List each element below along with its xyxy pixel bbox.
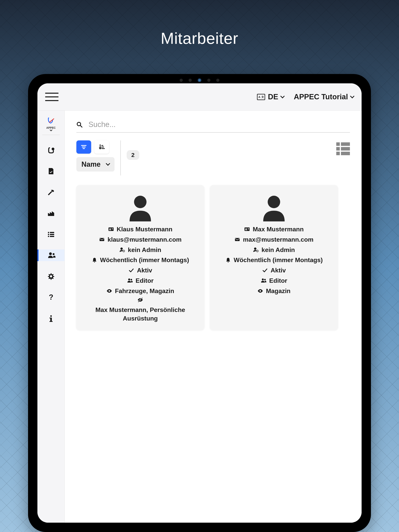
user-name: Max Mustermann xyxy=(253,225,303,234)
users-icon xyxy=(261,278,266,284)
svg-rect-5 xyxy=(48,236,49,237)
user-status-row: Aktiv xyxy=(129,266,152,275)
svg-rect-28 xyxy=(100,238,104,241)
sidebar-item-documents[interactable] xyxy=(37,165,64,177)
svg-point-32 xyxy=(128,279,130,280)
sidebar-item-help[interactable]: ? xyxy=(37,291,64,303)
main-content: Name 2 xyxy=(65,111,362,523)
user-card[interactable]: Max Mustermann max@mustermann.com kein A… xyxy=(210,185,338,330)
project-label: APPEC Tutorial xyxy=(294,93,348,101)
user-schedule-row: Wöchentlich (immer Montags) xyxy=(91,256,189,265)
user-role-row: Editor xyxy=(261,276,287,285)
sidebar-item-info[interactable] xyxy=(37,313,64,324)
sort-field-select[interactable]: Name xyxy=(76,157,115,171)
hammer-icon xyxy=(47,188,55,196)
user-hidden-scope: Max Mustermann, Persönliche Ausrüstung xyxy=(81,305,200,323)
chevron-down-icon xyxy=(106,161,110,166)
sidebar-item-lists[interactable] xyxy=(37,228,64,240)
users-icon xyxy=(127,278,133,284)
language-label: DE xyxy=(268,93,278,101)
filter-controls: Name xyxy=(76,140,115,171)
language-selector[interactable]: DE xyxy=(257,93,284,101)
svg-rect-14 xyxy=(50,321,53,322)
project-selector[interactable]: APPEC Tutorial xyxy=(294,93,354,101)
svg-point-29 xyxy=(120,247,123,250)
svg-point-9 xyxy=(50,275,52,278)
svg-point-8 xyxy=(53,253,55,255)
user-status: Aktiv xyxy=(270,266,286,275)
user-name-row: Max Mustermann xyxy=(244,225,303,234)
bell-icon xyxy=(225,257,231,263)
sidebar-item-settings[interactable] xyxy=(37,271,64,282)
factory-icon xyxy=(47,209,55,217)
user-role: Editor xyxy=(269,276,287,285)
filter-row: Name 2 xyxy=(76,140,350,176)
user-name: Klaus Mustermann xyxy=(117,225,172,234)
user-card[interactable]: Klaus Mustermann klaus@mustermann.com ke… xyxy=(76,185,204,330)
bell-icon xyxy=(91,257,97,263)
user-gear-icon xyxy=(119,247,125,253)
eye-icon xyxy=(257,288,263,294)
user-email: max@mustermann.com xyxy=(243,235,314,244)
app-body: APPEC xyxy=(37,111,362,523)
svg-line-16 xyxy=(80,125,82,127)
filter-icon xyxy=(80,144,87,151)
user-schedule: Wöchentlich (immer Montags) xyxy=(234,256,323,265)
svg-point-33 xyxy=(130,279,132,280)
user-status-row: Aktiv xyxy=(262,266,286,275)
users-grid: Klaus Mustermann klaus@mustermann.com ke… xyxy=(76,185,350,330)
svg-point-23 xyxy=(134,196,147,208)
sidebar-item-users[interactable] xyxy=(37,249,64,261)
user-hidden-scope-row: Max Mustermann, Persönliche Ausrüstung xyxy=(81,297,200,323)
filter-button[interactable] xyxy=(76,140,91,154)
user-visible-scope-row: Magazin xyxy=(257,287,290,295)
sort-icon xyxy=(98,144,105,151)
svg-rect-4 xyxy=(50,234,54,235)
user-admin-row: kein Admin xyxy=(253,246,295,254)
tablet-notch xyxy=(180,78,219,82)
user-schedule: Wöchentlich (immer Montags) xyxy=(100,256,189,265)
svg-point-44 xyxy=(254,247,256,250)
view-toggle-list[interactable] xyxy=(336,142,350,155)
search-icon xyxy=(76,121,83,128)
sidebar-logo[interactable]: APPEC xyxy=(42,116,60,135)
user-email: klaus@mustermann.com xyxy=(108,235,182,244)
search-input[interactable] xyxy=(89,120,350,129)
user-email-row: klaus@mustermann.com xyxy=(99,235,182,244)
svg-point-7 xyxy=(49,252,52,255)
svg-point-34 xyxy=(109,290,110,292)
svg-rect-1 xyxy=(48,232,49,233)
user-admin-status: kein Admin xyxy=(261,246,295,254)
user-role: Editor xyxy=(135,276,154,285)
user-email-row: max@mustermann.com xyxy=(234,235,314,244)
sidebar-item-equipment[interactable] xyxy=(37,144,64,156)
sidebar-item-tools[interactable] xyxy=(37,186,64,198)
svg-point-11 xyxy=(50,315,52,317)
svg-point-38 xyxy=(268,196,280,208)
gear-icon xyxy=(47,272,55,281)
sort-button[interactable] xyxy=(94,140,109,154)
users-icon xyxy=(47,251,56,260)
list-icon xyxy=(47,230,55,239)
translate-icon xyxy=(257,94,265,100)
user-role-row: Editor xyxy=(127,276,154,285)
sidebar-item-manufacturers[interactable] xyxy=(37,207,64,219)
svg-text:?: ? xyxy=(49,293,53,301)
id-card-icon xyxy=(244,226,250,232)
svg-rect-6 xyxy=(50,236,54,237)
page-title: Mitarbeiter xyxy=(161,29,238,48)
svg-point-31 xyxy=(123,251,124,251)
carabiner-icon xyxy=(47,146,55,154)
divider xyxy=(120,140,121,176)
sort-field-label: Name xyxy=(81,160,101,168)
id-card-icon xyxy=(108,226,114,232)
question-icon: ? xyxy=(47,293,55,302)
user-admin-status: kein Admin xyxy=(128,246,161,254)
user-status: Aktiv xyxy=(137,266,152,275)
svg-point-46 xyxy=(257,251,258,251)
results-count-badge: 2 xyxy=(127,150,139,160)
svg-point-0 xyxy=(52,148,54,150)
tablet-frame: DE APPEC Tutorial APPEC xyxy=(28,74,371,532)
user-admin-row: kein Admin xyxy=(119,246,161,254)
menu-button[interactable] xyxy=(45,93,58,101)
